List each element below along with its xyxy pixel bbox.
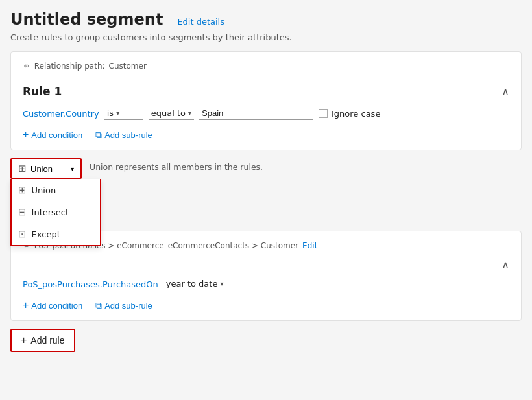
relationship-value: Customer <box>109 62 147 71</box>
rule1-collapse-icon[interactable]: ∧ <box>502 86 509 98</box>
rule1-comparator-dropdown[interactable]: equal to ▾ <box>149 107 194 120</box>
rule1-ignore-case-checkbox[interactable] <box>319 109 328 118</box>
rule2-comparator-dropdown[interactable]: year to date ▾ <box>163 277 226 290</box>
page-title: Untitled segment <box>10 10 163 29</box>
add-rule-button[interactable]: + Add rule <box>10 329 75 352</box>
add-rule-plus-icon: + <box>21 335 27 346</box>
rule1-operator-caret: ▾ <box>116 110 119 117</box>
rule1-value-input[interactable] <box>199 107 313 120</box>
rule2-comparator-caret: ▾ <box>220 280 223 287</box>
union-dropdown-button[interactable]: ⊞ Union ▾ <box>10 158 82 179</box>
rule1-add-condition-plus-icon: + <box>23 129 29 141</box>
relationship-icon: ⚭ <box>23 61 30 71</box>
rule2-add-subrule-icon: ⧉ <box>95 300 102 311</box>
union-button-caret: ▾ <box>71 165 74 172</box>
rule1-add-subrule-label: Add sub-rule <box>104 130 152 140</box>
rule1-title: Rule 1 <box>23 85 62 98</box>
rule2-condition-row: PoS_posPurchases.PurchasedOn year to dat… <box>23 277 509 290</box>
rule1-condition-row: Customer.Country is ▾ equal to ▾ Ignore … <box>23 107 509 120</box>
rule1-operator-dropdown[interactable]: is ▾ <box>104 107 143 120</box>
union-menu-item-intersect[interactable]: ⊟ Intersect <box>12 201 100 223</box>
page-subtitle: Create rules to group customers into seg… <box>10 32 522 42</box>
rule2-add-subrule-button[interactable]: ⧉ Add sub-rule <box>95 300 152 311</box>
union-menu-item-except[interactable]: ⊡ Except <box>12 223 100 245</box>
rule1-action-bar: + Add condition ⧉ Add sub-rule <box>23 129 509 141</box>
rule2-add-subrule-label: Add sub-rule <box>104 301 152 311</box>
union-dropdown-wrapper: ⊞ Union ▾ ⊞ Union ⊟ Intersect ⊡ Except <box>10 158 82 179</box>
union-description: Union represents all members in the rule… <box>90 162 522 172</box>
rule1-ignore-case-label: Ignore case <box>332 109 380 119</box>
rule2-condition-field: PoS_posPurchases.PurchasedOn <box>23 279 158 289</box>
rule2-action-bar: + Add condition ⧉ Add sub-rule <box>23 300 509 311</box>
union-menu-union-icon: ⊞ <box>18 184 27 196</box>
union-dropdown-menu: ⊞ Union ⊟ Intersect ⊡ Except <box>10 179 101 246</box>
union-button-label: Union <box>30 164 53 174</box>
rule1-header: Rule 1 ∧ <box>23 85 509 98</box>
rule1-comparator-caret: ▾ <box>188 110 191 117</box>
union-menu-intersect-icon: ⊟ <box>18 206 27 218</box>
rule1-add-subrule-icon: ⧉ <box>95 130 102 141</box>
rule1-ignore-case-wrapper: Ignore case <box>319 109 380 119</box>
rule2-add-condition-label: Add condition <box>31 301 82 311</box>
rule1-add-condition-label: Add condition <box>31 130 82 140</box>
add-rule-label: Add rule <box>30 335 64 346</box>
rule2-collapse-icon[interactable]: ∧ <box>502 259 509 271</box>
rule1-add-condition-button[interactable]: + Add condition <box>23 129 82 141</box>
rule2-rel-path-edit-link[interactable]: Edit <box>302 241 317 250</box>
union-menu-except-label: Except <box>32 229 60 239</box>
union-menu-union-label: Union <box>32 185 56 195</box>
union-button-icon: ⊞ <box>18 163 27 174</box>
rule2-comparator-label: year to date <box>166 279 218 288</box>
rule2-add-condition-button[interactable]: + Add condition <box>23 300 82 311</box>
rule1-relationship-bar: ⚭ Relationship path: Customer <box>23 61 509 71</box>
relationship-label: Relationship path: <box>34 62 105 71</box>
rule2-add-condition-plus-icon: + <box>23 300 29 311</box>
union-section: ⊞ Union ▾ ⊞ Union ⊟ Intersect ⊡ Except U… <box>10 158 522 179</box>
edit-details-link[interactable]: Edit details <box>177 17 224 27</box>
rule1-condition-field: Customer.Country <box>23 109 99 119</box>
union-menu-intersect-label: Intersect <box>32 207 69 217</box>
rule1-add-subrule-button[interactable]: ⧉ Add sub-rule <box>95 130 152 141</box>
union-menu-item-union[interactable]: ⊞ Union <box>12 179 100 201</box>
rule1-card: ⚭ Relationship path: Customer Rule 1 ∧ C… <box>10 51 522 150</box>
union-menu-except-icon: ⊡ <box>18 228 27 240</box>
